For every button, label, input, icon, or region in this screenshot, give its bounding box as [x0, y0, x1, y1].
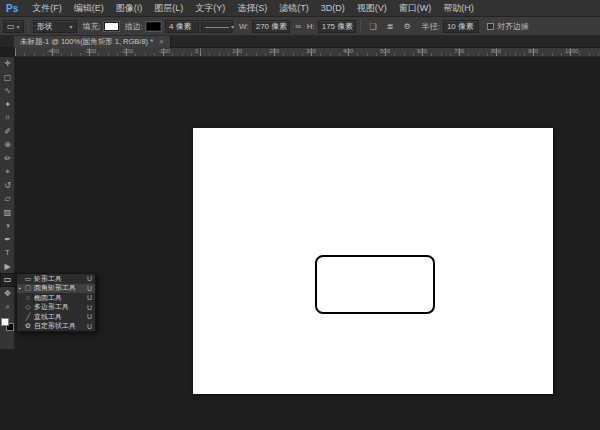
ruler-label: 200: [269, 48, 279, 54]
stroke-label: 描边:: [125, 21, 143, 32]
magic-wand-tool[interactable]: ✦: [0, 98, 15, 112]
ruler-label: -200: [121, 48, 133, 54]
line-tool-icon: ╱: [24, 313, 32, 321]
hand-tool[interactable]: ✥: [0, 287, 15, 301]
marquee-tool[interactable]: ▢: [0, 71, 15, 85]
stroke-color-swatch[interactable]: [146, 22, 161, 31]
polygon-tool-icon: ◇: [24, 303, 32, 311]
ruler-label: 100: [232, 48, 242, 54]
brush-tool[interactable]: ✏: [0, 152, 15, 166]
document-title: 未标题-1 @ 100%(圆角矩形 1, RGB/8) *: [20, 37, 153, 47]
tool-preset-picker[interactable]: ▭▾: [3, 20, 24, 33]
divider: [28, 20, 29, 33]
path-alignment-icon[interactable]: ≣: [383, 20, 398, 33]
shape-tools-flyout: ▭矩形工具U▪▢圆角矩形工具U○椭圆工具U◇多边形工具U╱直线工具U✿自定形状工…: [16, 273, 96, 332]
chevron-down-icon: ▾: [17, 23, 20, 30]
flyout-item-shortcut: U: [87, 304, 92, 311]
shape-width-input[interactable]: 270 像素: [252, 20, 290, 33]
menu-item[interactable]: 选择(S): [231, 0, 273, 17]
combine-shapes-icon[interactable]: ❑: [366, 20, 381, 33]
eyedropper-tool[interactable]: ✐: [0, 125, 15, 139]
radius-input[interactable]: 10 像素: [443, 20, 479, 33]
foreground-color-swatch[interactable]: [1, 318, 9, 326]
flyout-item-line-tool[interactable]: ╱直线工具U: [17, 312, 95, 322]
ruler-label: 700: [454, 48, 464, 54]
flyout-item-shortcut: U: [87, 285, 92, 292]
menu-bar: Ps 文件(F)编辑(E)图像(I)图层(L)文字(Y)选择(S)滤镜(T)3D…: [0, 0, 600, 17]
color-swatches: [1, 318, 15, 333]
flyout-item-shortcut: U: [87, 323, 92, 330]
gear-icon[interactable]: ⚙: [400, 20, 415, 33]
history-brush-tool[interactable]: ↺: [0, 179, 15, 193]
type-tool[interactable]: T: [0, 246, 15, 260]
shape-height-value: 175 像素: [322, 21, 354, 32]
ruler-label: 600: [417, 48, 427, 54]
fill-label: 填充:: [83, 21, 101, 32]
flyout-item-label: 自定形状工具: [34, 321, 85, 331]
ruler-label: 400: [343, 48, 353, 54]
document-tab[interactable]: 未标题-1 @ 100%(圆角矩形 1, RGB/8) * ×: [14, 36, 171, 48]
ruler-label: 900: [528, 48, 538, 54]
align-edges-checkbox[interactable]: [487, 23, 494, 30]
rounded-rectangle-shape[interactable]: [315, 255, 435, 314]
menu-item[interactable]: 滤镜(T): [273, 0, 315, 17]
fill-color-swatch[interactable]: [104, 22, 119, 31]
draw-mode-value: 形状: [37, 21, 53, 32]
blur-tool[interactable]: ◑: [0, 219, 15, 233]
photoshop-window: Ps 文件(F)编辑(E)图像(I)图层(L)文字(Y)选择(S)滤镜(T)3D…: [0, 0, 600, 430]
menu-item[interactable]: 图层(L): [148, 0, 189, 17]
stroke-width-input[interactable]: 4 像素: [165, 20, 199, 33]
ruler-label: 0: [195, 48, 198, 54]
horizontal-ruler[interactable]: -400-300-200-100010020030040050060070080…: [15, 48, 600, 57]
pen-tool[interactable]: ✒: [0, 233, 15, 247]
active-tool-marker: ▪: [18, 285, 22, 291]
stroke-type-select[interactable]: ———▾: [201, 20, 233, 33]
canvas[interactable]: [193, 128, 553, 394]
zoom-tool[interactable]: ⌕: [0, 300, 15, 314]
menu-item[interactable]: 文件(F): [26, 0, 68, 17]
path-selection-tool[interactable]: ▶: [0, 260, 15, 274]
flyout-item-rounded-rectangle-tool[interactable]: ▪▢圆角矩形工具U: [17, 284, 95, 294]
shape-height-input[interactable]: 175 像素: [318, 20, 356, 33]
flyout-item-custom-shape-tool[interactable]: ✿自定形状工具U: [17, 322, 95, 332]
tools-panel: ✛▢∿✦⌗✐⊕✏⌖↺▱▨◑✒T▶▭✥⌕: [0, 57, 15, 349]
flyout-item-polygon-tool[interactable]: ◇多边形工具U: [17, 303, 95, 313]
ruler-label: -100: [158, 48, 170, 54]
ruler-label: -300: [84, 48, 96, 54]
menu-item[interactable]: 视图(V): [351, 0, 393, 17]
divider: [360, 20, 361, 33]
menu-item[interactable]: 文字(Y): [189, 0, 231, 17]
flyout-item-shortcut: U: [87, 275, 92, 282]
eraser-tool[interactable]: ▱: [0, 192, 15, 206]
ellipse-tool-icon: ○: [24, 294, 32, 301]
lasso-tool[interactable]: ∿: [0, 84, 15, 98]
close-icon[interactable]: ×: [159, 38, 164, 46]
link-dimensions-icon[interactable]: ∞: [291, 20, 306, 33]
ruler-label: 800: [491, 48, 501, 54]
ruler-label: 500: [380, 48, 390, 54]
menu-item[interactable]: 图像(I): [110, 0, 149, 17]
flyout-item-label: 直线工具: [34, 312, 85, 322]
crop-tool[interactable]: ⌗: [0, 111, 15, 125]
ruler-label: 300: [306, 48, 316, 54]
shape-tool[interactable]: ▭: [0, 273, 15, 287]
healing-brush-tool[interactable]: ⊕: [0, 138, 15, 152]
photoshop-logo: Ps: [0, 3, 26, 14]
gradient-tool[interactable]: ▨: [0, 206, 15, 220]
tool-preset-icon: ▭: [7, 22, 15, 31]
menu-item[interactable]: 窗口(W): [393, 0, 438, 17]
menu-item[interactable]: 帮助(H): [437, 0, 480, 17]
draw-mode-select[interactable]: 形状▾: [33, 20, 77, 33]
tool-options-bar: ▭▾ 形状▾ 填充: 描边: 4 像素 ———▾ W: 270 像素 ∞ H: …: [0, 17, 600, 36]
flyout-item-ellipse-tool[interactable]: ○椭圆工具U: [17, 293, 95, 303]
flyout-item-rectangle-tool[interactable]: ▭矩形工具U: [17, 274, 95, 284]
menu-item[interactable]: 编辑(E): [68, 0, 110, 17]
line-style-icon: ———: [205, 22, 229, 31]
custom-shape-tool-icon: ✿: [24, 322, 32, 330]
radius-label: 半径:: [422, 21, 440, 32]
menu-item[interactable]: 3D(D): [315, 0, 351, 17]
shape-width-value: 270 像素: [256, 21, 288, 32]
move-tool[interactable]: ✛: [0, 57, 15, 71]
clone-stamp-tool[interactable]: ⌖: [0, 165, 15, 179]
menu-items: 文件(F)编辑(E)图像(I)图层(L)文字(Y)选择(S)滤镜(T)3D(D)…: [26, 0, 480, 17]
